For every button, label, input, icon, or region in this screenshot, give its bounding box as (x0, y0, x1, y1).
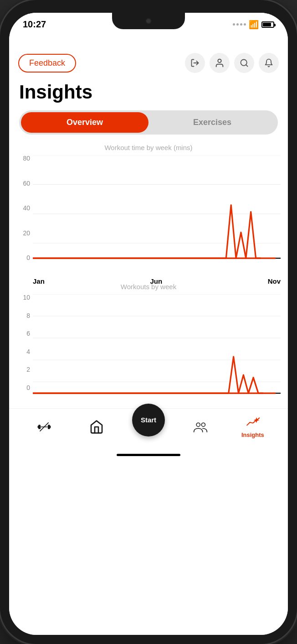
tab-container: Overview Exercises (19, 110, 278, 135)
bell-button[interactable] (259, 53, 279, 73)
chart1-y-axis: 80 60 40 20 0 (16, 155, 33, 274)
svg-rect-18 (38, 426, 39, 428)
profile-icon (215, 58, 225, 68)
camera (146, 18, 151, 24)
start-button-container: Start (123, 404, 174, 436)
chart1-x-labels: Jan Jun Nov (33, 275, 281, 285)
top-nav: Feedback (9, 46, 288, 78)
home-icon (89, 420, 104, 434)
phone-frame: 10:27 📶 (0, 0, 297, 644)
signal-icon (233, 23, 246, 26)
nav-item-dumbbell[interactable] (18, 418, 70, 436)
phone-screen: 10:27 📶 (9, 13, 288, 635)
insights-label: Insights (241, 431, 264, 438)
chart-workouts-week: Workouts by week 10 8 6 4 2 0 (9, 278, 288, 408)
page-title: Insights (9, 78, 288, 110)
time-display: 10:27 (23, 19, 46, 30)
search-button[interactable] (234, 53, 254, 73)
search-icon (240, 58, 249, 68)
battery-icon (261, 21, 274, 28)
svg-rect-20 (49, 426, 51, 428)
chart2-y-axis: 10 8 6 4 2 0 (16, 294, 33, 404)
svg-point-23 (197, 423, 200, 426)
notch (112, 13, 185, 29)
nav-item-community[interactable] (174, 418, 226, 436)
screen-content: Feedback (9, 46, 288, 635)
notch-area: 10:27 📶 (9, 13, 288, 49)
bell-icon (264, 58, 273, 68)
dumbbell-icon (37, 420, 51, 434)
tab-overview[interactable]: Overview (21, 112, 148, 133)
nav-item-home[interactable] (70, 418, 122, 436)
start-button[interactable]: Start (132, 404, 165, 436)
bottom-nav: Start (9, 408, 288, 449)
logout-icon (190, 58, 200, 68)
chart-workout-time: Workout time by week (mins) 80 60 40 20 … (9, 144, 288, 278)
feedback-button[interactable]: Feedback (18, 54, 76, 73)
home-indicator (117, 454, 180, 456)
chart1-container: 80 60 40 20 0 (16, 155, 281, 274)
chart1-title: Workout time by week (mins) (16, 144, 281, 151)
status-icons: 📶 (233, 20, 274, 30)
chart2-svg (33, 294, 281, 404)
insights-icon (246, 415, 260, 430)
svg-line-3 (246, 65, 248, 67)
community-icon (193, 420, 208, 434)
svg-point-24 (202, 423, 205, 426)
wifi-icon: 📶 (249, 20, 259, 30)
svg-point-1 (218, 59, 221, 62)
chart1-svg (33, 155, 281, 274)
logout-button[interactable] (185, 53, 205, 73)
chart1-plot: Jan Jun Nov (33, 155, 281, 274)
profile-button[interactable] (210, 53, 230, 73)
chart2-plot: Jan Jun Nov (33, 294, 281, 404)
start-label: Start (141, 416, 156, 424)
tab-exercises[interactable]: Exercises (148, 112, 276, 133)
nav-item-insights[interactable]: Insights (227, 413, 279, 440)
chart2-container: 10 8 6 4 2 0 (16, 294, 281, 404)
